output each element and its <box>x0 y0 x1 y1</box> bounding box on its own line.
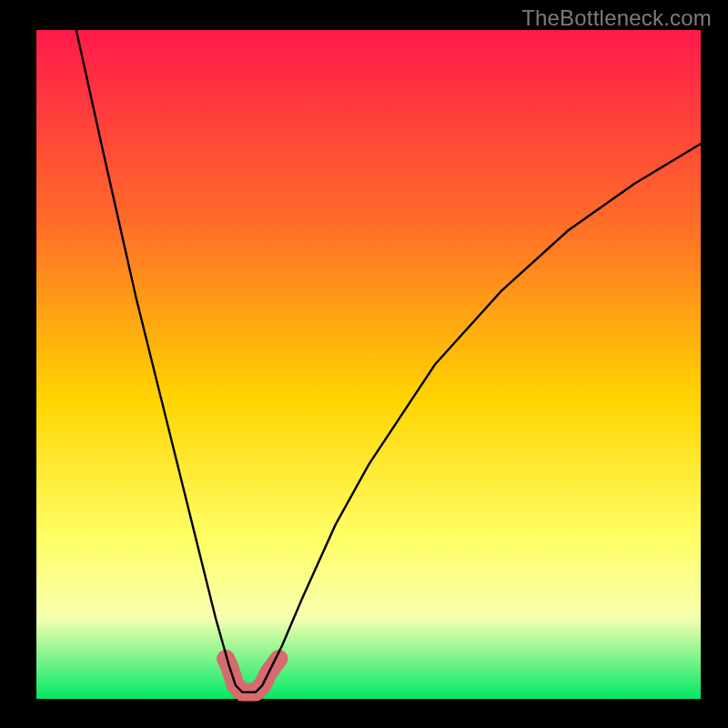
watermark-text: TheBottleneck.com <box>521 5 712 31</box>
bottleneck-chart <box>0 0 728 728</box>
plot-background <box>36 30 701 699</box>
chart-frame: TheBottleneck.com <box>0 0 728 728</box>
